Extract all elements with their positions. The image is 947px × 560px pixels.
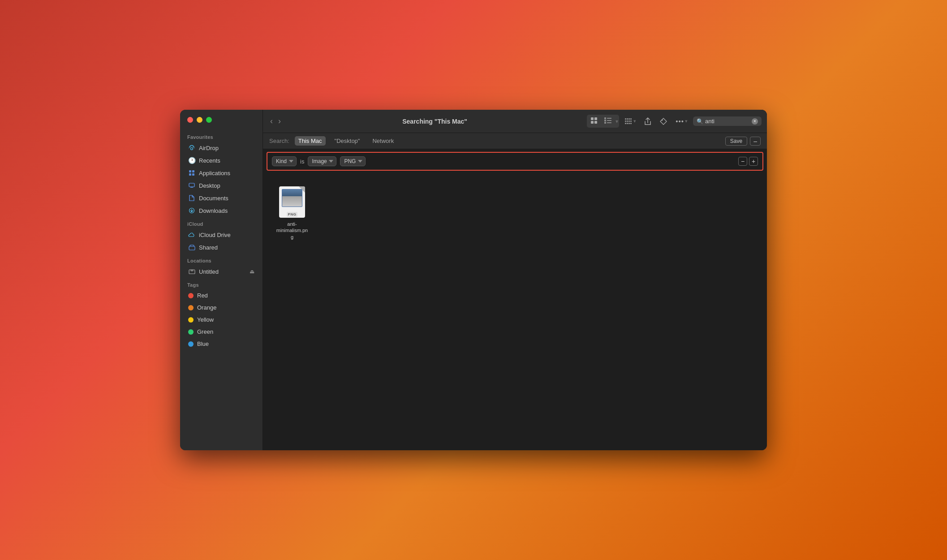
filter-row-actions: − + [738,157,758,166]
search-clear-button[interactable]: × [752,118,758,125]
svg-rect-22 [628,118,630,120]
search-scope-actions: Save – [725,137,761,146]
more-button[interactable]: ••• ▾ [673,116,690,127]
tag-button[interactable] [657,116,670,127]
filter-row: Kind is Image PNG − + [267,152,763,171]
icloud-drive-icon [188,231,195,238]
forward-button[interactable]: › [276,116,283,127]
search-label: Search: [269,138,289,144]
svg-rect-25 [627,121,628,122]
svg-rect-19 [607,122,611,123]
downloads-icon [188,207,195,214]
filter-is-label: is [300,158,304,165]
svg-point-9 [190,270,193,271]
sidebar-item-icloud-drive[interactable]: iCloud Drive [183,229,260,241]
file-icon-png: PNG [278,186,306,218]
blue-tag-dot [188,341,194,347]
kind-select[interactable]: Kind [272,156,297,166]
untitled-icon [188,268,195,275]
image-subtype-select[interactable]: PNG [340,156,366,166]
toolbar-actions: ▾ [587,115,762,128]
scope-this-mac-button[interactable]: This Mac [295,136,326,146]
documents-label: Documents [199,195,228,202]
mini-preview [282,190,302,207]
green-tag-label: Green [197,328,213,335]
svg-rect-1 [189,170,191,172]
yellow-tag-dot [188,317,194,323]
sidebar-item-tag-green[interactable]: Green [183,326,260,337]
downloads-label: Downloads [199,207,228,214]
maximize-button[interactable] [206,117,212,123]
search-icon: 🔍 [697,118,703,125]
favourites-label: Favourites [180,130,263,142]
grid-view-button[interactable]: ▾ [622,116,639,127]
shared-icon [188,244,195,251]
sidebar: Favourites AirDrop 🕐 Recents [180,110,263,450]
image-type-select[interactable]: Image [308,156,336,166]
sidebar-item-untitled[interactable]: Untitled ⏏ [183,266,260,277]
svg-rect-26 [628,121,630,122]
sidebar-item-desktop[interactable]: Desktop [183,180,260,191]
svg-rect-15 [607,118,611,119]
recents-label: Recents [199,157,220,164]
svg-rect-10 [591,117,594,120]
airdrop-icon [188,144,195,151]
png-preview-inner [282,189,302,207]
main-content: ‹ › Searching "This Mac" [263,110,767,450]
svg-rect-18 [604,122,606,124]
svg-rect-16 [604,120,606,121]
scope-network-button[interactable]: Network [369,136,397,146]
svg-rect-20 [625,118,626,120]
applications-icon [188,169,195,177]
save-search-button[interactable]: Save [725,137,747,146]
sidebar-item-downloads[interactable]: Downloads [183,205,260,216]
search-input[interactable] [705,118,750,125]
recents-icon: 🕐 [188,157,195,164]
icloud-label: iCloud [180,217,263,228]
sidebar-item-tag-blue[interactable]: Blue [183,338,260,349]
svg-rect-14 [604,117,606,119]
remove-filter-criterion-button[interactable]: − [738,157,747,166]
icon-view-button[interactable] [588,116,600,127]
shared-label: Shared [199,244,218,251]
orange-tag-dot [188,305,194,310]
svg-rect-31 [630,123,632,124]
documents-icon [188,194,195,202]
file-item-anti-minimalism[interactable]: PNG anti- minimalism.png [272,182,312,244]
traffic-lights [180,117,263,130]
sidebar-item-tag-red[interactable]: Red [183,290,260,301]
add-filter-criterion-button[interactable]: + [749,157,758,166]
svg-rect-8 [189,246,195,250]
desktop-icon [188,182,195,189]
eject-icon[interactable]: ⏏ [250,268,254,275]
tags-label: Tags [180,278,263,289]
locations-label: Locations [180,254,263,265]
svg-rect-23 [630,118,632,120]
svg-point-0 [191,148,193,150]
list-view-button[interactable] [601,116,615,127]
file-area: PNG anti- minimalism.png [263,173,767,450]
search-scope-bar: Search: This Mac "Desktop" Network Save … [263,133,767,149]
sidebar-item-documents[interactable]: Documents [183,192,260,204]
svg-rect-21 [627,118,628,120]
minimize-button[interactable] [197,117,202,123]
sidebar-item-applications[interactable]: Applications [183,167,260,179]
sidebar-item-tag-orange[interactable]: Orange [183,302,260,313]
sidebar-item-airdrop[interactable]: AirDrop [183,142,260,154]
yellow-tag-label: Yellow [197,316,214,323]
svg-rect-4 [192,173,194,176]
scope-desktop-button[interactable]: "Desktop" [331,136,364,146]
close-button[interactable] [187,117,193,123]
svg-rect-2 [192,170,194,172]
svg-rect-11 [594,117,597,120]
sidebar-item-shared[interactable]: Shared [183,241,260,253]
window-title: Searching "This Mac" [286,118,583,125]
back-button[interactable]: ‹ [268,116,275,127]
svg-rect-12 [591,121,594,124]
remove-filter-button[interactable]: – [750,137,761,146]
sidebar-item-tag-yellow[interactable]: Yellow [183,314,260,325]
sidebar-item-recents[interactable]: 🕐 Recents [183,155,260,166]
red-tag-label: Red [197,292,208,299]
red-tag-dot [188,293,194,298]
share-button[interactable] [641,116,654,127]
